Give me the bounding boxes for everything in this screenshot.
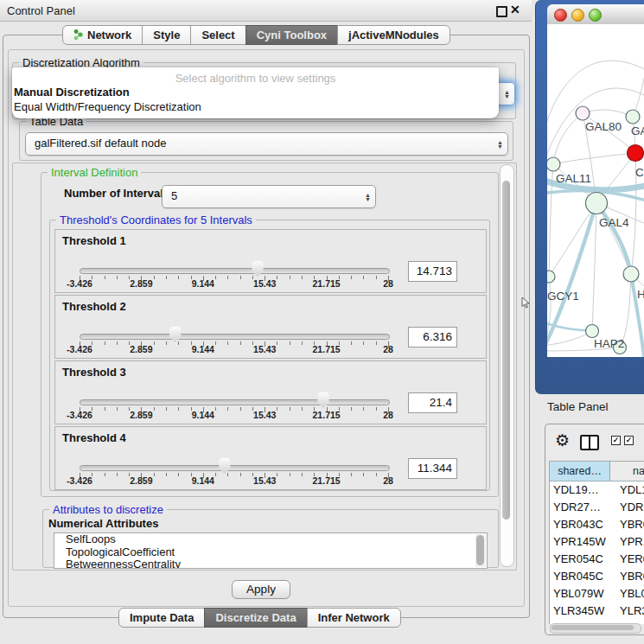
tick-mark (351, 341, 352, 345)
slider-track[interactable] (80, 268, 390, 274)
cell-name[interactable]: YER0 (615, 551, 644, 568)
stepper-icon: ▲▼ (504, 90, 510, 99)
tick-label: 15.43 (253, 410, 276, 420)
node-right[interactable] (623, 266, 639, 282)
slider-thumb[interactable] (169, 326, 182, 342)
number-of-intervals-combo[interactable]: 5 ▲▼ (162, 185, 376, 208)
cell-name[interactable]: YPR1 (615, 533, 644, 551)
attribute-list-item[interactable]: TopologicalCoefficient (54, 546, 487, 559)
attribute-list-item[interactable]: BetweennessCentrality (54, 558, 487, 569)
threshold-value-field[interactable]: 14.713 (408, 261, 457, 282)
close-icon[interactable]: ✕ (510, 3, 520, 16)
cell-shared-name[interactable]: YLR345W (550, 603, 615, 620)
list-scrollbar[interactable] (475, 534, 486, 567)
network-canvas[interactable]: GAL80 GA GAL11 C GAL4 GCY1 H HAP2 (547, 24, 644, 357)
table-row[interactable]: YBL079WYBL0 (550, 585, 644, 603)
node-label: HAP2 (594, 337, 624, 350)
threshold-value-field[interactable]: 6.316 (408, 327, 457, 348)
algorithm-option-equal-width[interactable]: Equal Width/Frequency Discretization (14, 100, 201, 113)
tick-mark (227, 407, 228, 411)
algorithm-hint: Select algorithm to view settings (12, 72, 499, 85)
tab-discretize-data[interactable]: Discretize Data (204, 608, 307, 628)
table-data-combo[interactable]: galFiltered.sif default node ▲▼ (25, 132, 508, 156)
node-selected-red[interactable] (628, 145, 644, 162)
numerical-attributes-list[interactable]: SelfLoopsTopologicalCoefficientBetweenne… (54, 532, 488, 569)
table-row[interactable]: YBR045CYBR0 (550, 568, 644, 585)
cell-shared-name[interactable]: YDR27… (550, 499, 615, 516)
table-row[interactable]: YBR043CYBR0 (550, 516, 644, 533)
apply-button[interactable]: Apply (232, 580, 290, 599)
cell-shared-name[interactable]: YBL079W (550, 585, 615, 603)
cell-name[interactable]: YDL1 (615, 481, 644, 499)
node-label: GCY1 (547, 290, 579, 303)
tab-style[interactable]: Style (142, 25, 191, 45)
slider-track[interactable] (80, 399, 390, 405)
thresholds-group: Threshold's Coordinates for 5 Intervals … (49, 220, 490, 491)
tick-label: -3.426 (67, 278, 92, 289)
slider-track[interactable] (80, 465, 390, 471)
table-row[interactable]: YPR145WYPR1 (550, 533, 644, 551)
cell-shared-name[interactable]: YPR145W (550, 533, 615, 551)
cell-name[interactable]: YDR2 (615, 499, 644, 516)
checkbox-icon[interactable]: ✓ (611, 436, 621, 445)
slider-thumb[interactable] (317, 392, 330, 408)
app-screen: Control Panel ✕ Network Style Select Cyn… (0, 0, 644, 644)
tick-mark (376, 341, 377, 345)
split-columns-icon[interactable] (580, 435, 599, 450)
node-gal11[interactable] (547, 157, 560, 171)
cell-name[interactable]: YLR3 (615, 603, 644, 620)
float-window-icon[interactable] (496, 6, 507, 17)
node-label: GAL4 (599, 216, 629, 229)
number-of-intervals-value: 5 (171, 189, 177, 202)
column-header-shared[interactable]: shared… (550, 462, 610, 481)
checkbox-icon[interactable]: ✓ (624, 436, 634, 445)
cell-name[interactable]: YBL0 (615, 585, 644, 603)
slider-thumb[interactable] (252, 260, 265, 277)
threshold-row: Threshold 1 14.713 -3.4262.8599.14415.43… (54, 229, 487, 293)
cell-shared-name[interactable]: YER054C (550, 551, 615, 568)
close-traffic-light[interactable] (554, 9, 567, 22)
table-panel-title: Table Panel (547, 400, 609, 413)
table-row[interactable]: YDL19…YDL1 (550, 481, 644, 499)
cell-shared-name[interactable]: YBR043C (550, 516, 615, 533)
threshold-value-field[interactable]: 21.4 (408, 392, 457, 413)
section-scrollbar[interactable] (500, 164, 514, 567)
tick-label: 9.144 (192, 475, 214, 486)
minimize-traffic-light[interactable] (571, 9, 584, 22)
tick-mark (166, 473, 167, 476)
algorithm-option-manual[interactable]: Manual Discretization (14, 86, 130, 99)
tab-network[interactable]: Network (62, 25, 143, 45)
tab-label: Style (153, 29, 180, 41)
tab-impute-data[interactable]: Impute Data (118, 608, 205, 628)
slider-thumb[interactable] (218, 457, 231, 474)
threshold-value-field[interactable]: 11.344 (408, 458, 457, 479)
node-gal4[interactable] (586, 193, 608, 214)
scrollbar-thumb[interactable] (552, 625, 634, 630)
tab-select[interactable]: Select (190, 25, 245, 45)
scrollbar-thumb[interactable] (502, 181, 510, 520)
tab-infer-network[interactable]: Infer Network (307, 608, 401, 628)
zoom-traffic-light[interactable] (589, 9, 602, 22)
table-hscrollbar[interactable] (550, 623, 641, 634)
table-row[interactable]: YER054CYER0 (550, 551, 644, 568)
node-gcy1[interactable] (547, 271, 555, 283)
tick-mark (376, 276, 377, 279)
node-gal80[interactable] (576, 106, 590, 120)
slider-track[interactable] (80, 334, 390, 340)
tab-jactivemnodules[interactable]: jActiveMNodules (337, 25, 450, 45)
table-row[interactable]: YDR27…YDR2 (550, 499, 644, 516)
node-hap2[interactable] (586, 325, 599, 338)
node-top-right[interactable] (626, 110, 640, 124)
tick-mark (105, 341, 105, 345)
cell-name[interactable]: YBR0 (615, 568, 644, 585)
network-window-titlebar[interactable] (547, 4, 644, 25)
cell-name[interactable]: YBR0 (615, 516, 644, 533)
column-header-name[interactable]: na (610, 462, 644, 481)
attribute-list-item[interactable]: SelfLoops (54, 533, 487, 546)
tick-mark (215, 407, 216, 411)
gear-icon[interactable]: ⚙ (555, 430, 570, 450)
cell-shared-name[interactable]: YDL19… (550, 481, 615, 499)
tab-cyni-toolbox[interactable]: Cyni Toolbox (245, 25, 338, 45)
table-row[interactable]: YLR345WYLR3 (550, 603, 644, 620)
cell-shared-name[interactable]: YBR045C (550, 568, 615, 585)
